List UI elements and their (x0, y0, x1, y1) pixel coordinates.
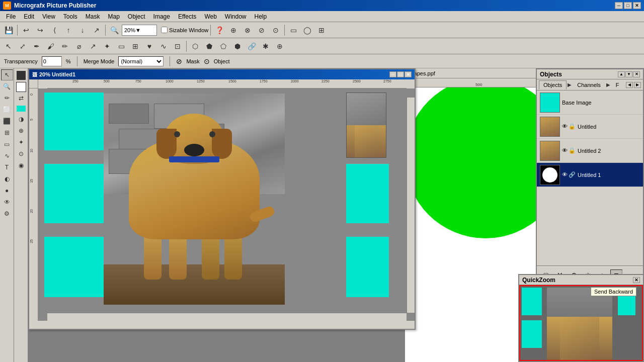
object-untitled2[interactable]: 👁 🔒 Untitled 2 (537, 139, 643, 163)
magic-wand[interactable]: ✦ (101, 40, 114, 52)
vertical-scrollbar[interactable] (407, 98, 415, 313)
doc-close[interactable]: ✕ (405, 71, 412, 77)
sizable-window-checkbox[interactable]: Sizable Window (161, 27, 208, 33)
tab-f[interactable]: F (611, 80, 624, 89)
zoom-combo[interactable]: 20% ▼ (122, 25, 157, 36)
compose-btn[interactable]: ⬠ (217, 40, 230, 52)
background-color[interactable] (16, 82, 26, 92)
object-base-image[interactable]: Base Image (537, 90, 643, 115)
menu-view[interactable]: View (38, 12, 59, 21)
select-tool-left[interactable]: ↖ (1, 69, 13, 80)
select2-tool[interactable]: ⤢ (16, 40, 29, 52)
fx-btn[interactable]: ⬢ (231, 40, 244, 52)
shape-tool-left[interactable]: ▭ (1, 139, 13, 150)
merge-mode-select[interactable]: (Normal) Multiply Screen Overlay (118, 56, 164, 66)
object-untitled[interactable]: 👁 🔒 Untitled (537, 115, 643, 139)
heart-tool[interactable]: ♥ (143, 40, 156, 52)
menu-window[interactable]: Window (221, 12, 251, 21)
crop-tool[interactable]: ⊡ (171, 40, 184, 52)
action-button[interactable]: ↗ (90, 24, 103, 36)
zoom-tool-left[interactable]: 🔍 (1, 81, 13, 92)
object-untitled1[interactable]: 👁 🔗 Untitled 1 (537, 163, 643, 187)
maximize-button[interactable]: □ (624, 2, 632, 9)
settings-tool-left[interactable]: ⚙ (1, 208, 13, 219)
eraser-tool-left[interactable]: ⬜ (1, 104, 13, 115)
brush-tool[interactable]: ✒ (30, 40, 43, 52)
extra-btn[interactable]: ⊕ (273, 40, 286, 52)
color-btn3[interactable]: ✦ (15, 137, 27, 148)
menu-map[interactable]: Map (104, 12, 124, 21)
lasso-tool[interactable]: ⌀ (72, 40, 86, 52)
color-swatch-cyan[interactable] (16, 105, 26, 112)
fill-tool-left[interactable]: ⬛ (1, 116, 13, 127)
menu-image[interactable]: Image (149, 12, 174, 21)
star-btn[interactable]: ✱ (259, 40, 272, 52)
zoom-fit-button[interactable]: ⊕ (227, 24, 240, 36)
color-btn1[interactable]: ◑ (15, 114, 27, 125)
panel-close[interactable]: ✕ (633, 71, 640, 77)
panel-expand[interactable]: ▼ (625, 71, 632, 77)
paint-tool[interactable]: 🖌 (44, 40, 57, 52)
swap-colors[interactable]: ⇄ (15, 93, 27, 104)
sizable-checkbox[interactable] (161, 27, 168, 33)
doc-maximize[interactable]: □ (397, 71, 404, 77)
move-down-button[interactable]: ↓ (76, 24, 89, 36)
rect-select-button[interactable]: ▭ (287, 24, 300, 36)
color-btn4[interactable]: ⊙ (15, 148, 27, 159)
menu-effects[interactable]: Effects (174, 12, 200, 21)
move-up-button[interactable]: ↑ (62, 24, 75, 36)
select-tool[interactable]: ↖ (2, 40, 15, 52)
save-button[interactable]: 💾 (2, 24, 15, 36)
link-btn[interactable]: 🔗 (245, 40, 258, 52)
path-tool-left[interactable]: ∿ (1, 150, 13, 161)
step-back-button[interactable]: ⟨ (48, 24, 61, 36)
panel-nav-left[interactable]: ◀ (626, 82, 633, 88)
canvas-drawing-area[interactable] (38, 88, 415, 321)
path-tool[interactable]: ∿ (157, 40, 170, 52)
channel-btn[interactable]: ⬡ (189, 40, 202, 52)
zoom-100-button[interactable]: ⊗ (241, 24, 254, 36)
panel-shrink[interactable]: ▲ (618, 71, 625, 77)
color-tool-left[interactable]: ● (1, 185, 13, 196)
arrow-tool[interactable]: ↗ (87, 40, 100, 52)
horizontal-scrollbar[interactable] (47, 313, 407, 321)
zoom-out-button[interactable]: ⊘ (255, 24, 268, 36)
menu-file[interactable]: File (2, 12, 20, 21)
doc-minimize[interactable]: ─ (389, 71, 396, 77)
zoom-sel-button[interactable]: ⊙ (269, 24, 282, 36)
untitled2-thumb (540, 141, 560, 161)
tab-channels[interactable]: Channels (573, 80, 605, 89)
color-btn2[interactable]: ⊕ (15, 125, 27, 136)
untitled-name: Untitled (578, 124, 640, 130)
minimize-button[interactable]: ─ (615, 2, 623, 9)
menu-web[interactable]: Web (200, 12, 220, 21)
rect-tool[interactable]: ▭ (115, 40, 128, 52)
text-tool-left[interactable]: T (1, 162, 13, 173)
quickzoom-close[interactable]: ✕ (633, 277, 640, 283)
eye-tool-left[interactable]: 👁 (1, 197, 13, 208)
menu-mask[interactable]: Mask (82, 12, 104, 21)
help-button[interactable]: ❓ (213, 24, 226, 36)
foreground-color[interactable] (16, 70, 26, 80)
view-btn[interactable]: ⊞ (315, 24, 328, 36)
transform-tool[interactable]: ⊞ (129, 40, 142, 52)
menu-object[interactable]: Object (124, 12, 149, 21)
document-window: 🖼 20% Untitled1 ─ □ ✕ 250 500 750 1000 1… (28, 68, 416, 330)
menu-tools[interactable]: Tools (59, 12, 82, 21)
oval-select-button[interactable]: ◯ (301, 24, 314, 36)
layer-btn[interactable]: ⬟ (203, 40, 216, 52)
menu-edit[interactable]: Edit (20, 12, 38, 21)
color-btn5[interactable]: ◉ (15, 160, 27, 171)
pen-tool[interactable]: ✏ (58, 40, 71, 52)
zoom-in-button[interactable]: 🔍 (108, 24, 121, 36)
close-button[interactable]: ✕ (633, 2, 641, 9)
undo-button[interactable]: ↩ (20, 24, 33, 36)
brush-tool-left[interactable]: ✏ (1, 93, 13, 104)
tab-objects[interactable]: Objects (539, 80, 567, 89)
transparency-input[interactable] (42, 56, 62, 66)
gradient-tool-left[interactable]: ◐ (1, 173, 13, 185)
redo-button[interactable]: ↪ (34, 24, 47, 36)
panel-nav-right[interactable]: ▶ (634, 82, 641, 88)
menu-help[interactable]: Help (251, 12, 271, 21)
stamp-tool-left[interactable]: ⊞ (1, 127, 13, 138)
